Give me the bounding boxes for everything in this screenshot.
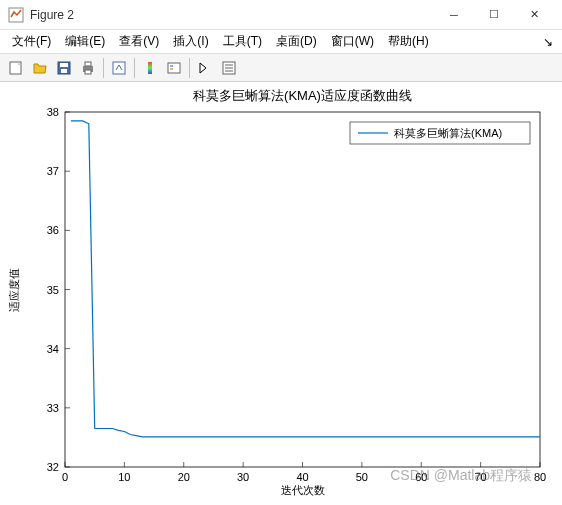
svg-text:35: 35 [47, 284, 59, 296]
svg-text:32: 32 [47, 461, 59, 473]
svg-text:科莫多巨蜥算法(KMA)适应度函数曲线: 科莫多巨蜥算法(KMA)适应度函数曲线 [193, 88, 412, 103]
svg-text:适应度值: 适应度值 [8, 268, 20, 312]
watermark: CSDN @Matlab程序猿 [390, 467, 532, 485]
menu-tools[interactable]: 工具(T) [217, 31, 268, 52]
close-button[interactable]: ✕ [514, 1, 554, 29]
svg-text:33: 33 [47, 402, 59, 414]
app-icon [8, 7, 24, 23]
maximize-button[interactable]: ☐ [474, 1, 514, 29]
svg-rect-8 [113, 62, 125, 74]
menubar: 文件(F) 编辑(E) 查看(V) 插入(I) 工具(T) 桌面(D) 窗口(W… [0, 30, 562, 54]
svg-text:80: 80 [534, 471, 546, 483]
menu-insert[interactable]: 插入(I) [167, 31, 214, 52]
print-button[interactable] [76, 56, 100, 80]
svg-text:20: 20 [178, 471, 190, 483]
svg-rect-4 [61, 69, 67, 73]
toolbar-separator [134, 58, 135, 78]
link-button[interactable] [107, 56, 131, 80]
toolbar-separator [103, 58, 104, 78]
toolbar [0, 54, 562, 82]
svg-rect-10 [168, 63, 180, 73]
open-button[interactable] [28, 56, 52, 80]
plot-area[interactable]: 科莫多巨蜥算法(KMA)适应度函数曲线迭代次数适应度值0102030405060… [0, 82, 562, 505]
menu-view[interactable]: 查看(V) [113, 31, 165, 52]
property-editor-button[interactable] [217, 56, 241, 80]
svg-rect-3 [60, 63, 68, 67]
new-figure-button[interactable] [4, 56, 28, 80]
toolbar-separator [189, 58, 190, 78]
svg-text:34: 34 [47, 343, 59, 355]
colorbar-button[interactable] [138, 56, 162, 80]
svg-text:科莫多巨蜥算法(KMA): 科莫多巨蜥算法(KMA) [394, 127, 502, 139]
svg-rect-7 [85, 70, 91, 74]
menu-help[interactable]: 帮助(H) [382, 31, 435, 52]
svg-text:36: 36 [47, 224, 59, 236]
svg-text:40: 40 [296, 471, 308, 483]
svg-rect-17 [65, 112, 540, 467]
svg-text:迭代次数: 迭代次数 [281, 484, 325, 496]
svg-text:10: 10 [118, 471, 130, 483]
window-controls: ─ ☐ ✕ [434, 1, 554, 29]
svg-text:38: 38 [47, 106, 59, 118]
save-button[interactable] [52, 56, 76, 80]
svg-text:37: 37 [47, 165, 59, 177]
svg-rect-9 [148, 62, 152, 74]
svg-text:0: 0 [62, 471, 68, 483]
legend-button[interactable] [162, 56, 186, 80]
minimize-button[interactable]: ─ [434, 1, 474, 29]
menu-file[interactable]: 文件(F) [6, 31, 57, 52]
window-title: Figure 2 [30, 8, 434, 22]
edit-plot-button[interactable] [193, 56, 217, 80]
menu-desktop[interactable]: 桌面(D) [270, 31, 323, 52]
titlebar: Figure 2 ─ ☐ ✕ [0, 0, 562, 30]
svg-text:50: 50 [356, 471, 368, 483]
menu-window[interactable]: 窗口(W) [325, 31, 380, 52]
svg-text:30: 30 [237, 471, 249, 483]
chart: 科莫多巨蜥算法(KMA)适应度函数曲线迭代次数适应度值0102030405060… [0, 82, 562, 505]
svg-rect-6 [85, 62, 91, 66]
menu-edit[interactable]: 编辑(E) [59, 31, 111, 52]
menu-overflow-icon[interactable]: ↘ [540, 35, 556, 49]
